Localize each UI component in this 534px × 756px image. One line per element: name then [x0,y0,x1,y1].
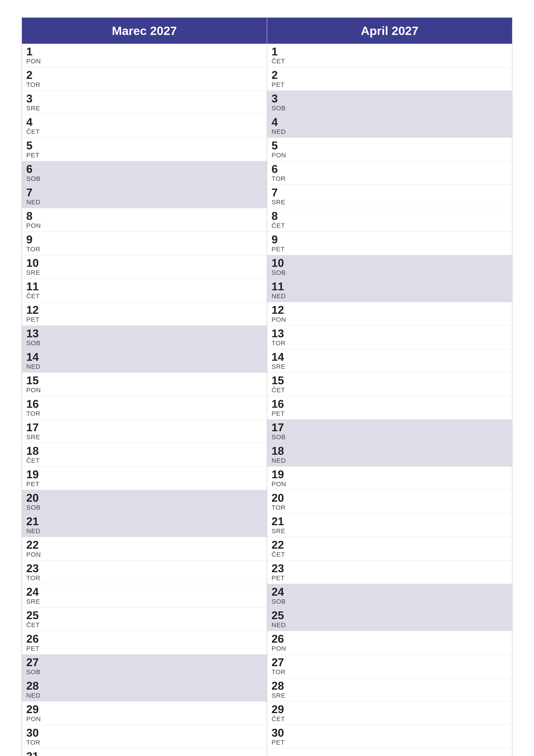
day-row: 2PET [267,67,512,91]
day-name: SRE [271,692,286,699]
day-row: 6TOR [267,161,512,185]
day-info: 4NED [271,116,291,135]
day-info: 14SRE [271,351,291,370]
day-info: 8ČET [271,210,291,229]
day-info: 17SRE [26,422,46,441]
day-row: 17SRE [22,419,267,443]
day-row: 21SRE [267,514,512,537]
day-info: 16PET [271,398,291,417]
day-number: 5 [26,140,33,151]
day-number: 1 [26,46,33,57]
day-name: PON [271,316,286,323]
day-info: 6SOB [26,163,46,182]
day-row: 7SRE [267,185,512,208]
day-name: PET [271,245,285,253]
day-name: NED [271,621,286,629]
day-number: 7 [271,187,278,198]
day-info: 27SOB [26,657,46,676]
day-info: 30PET [271,727,291,746]
day-number: 10 [26,257,39,269]
day-info: 15PON [26,375,46,394]
day-row: 27TOR [267,655,512,678]
day-name: TOR [271,504,286,511]
day-row: 22PON [22,537,267,560]
day-name: NED [26,199,40,206]
day-number: 12 [271,304,284,315]
day-info: 2TOR [26,69,46,88]
day-name: NED [271,128,286,135]
day-info: 13TOR [271,328,291,347]
day-name: PET [271,81,285,88]
day-info: 10SOB [271,257,291,276]
day-number: 15 [271,375,284,386]
day-info: 10SRE [26,257,46,276]
page: Marec 2027April 2027 1PON2TOR3SRE4ČET5PE… [0,0,534,756]
day-name: PON [271,645,286,652]
day-name: SOB [26,668,40,676]
day-name: TOR [26,81,40,88]
day-row: 9TOR [22,232,267,255]
day-name: SOB [26,175,40,182]
day-name: SRE [271,363,286,370]
day-row: 29PON [22,701,267,725]
day-row: 5PON [267,138,512,161]
day-info: 15ČET [271,375,291,394]
day-number: 22 [271,539,284,551]
day-row: 18ČET [22,443,267,467]
day-info: 9TOR [26,234,46,253]
day-number: 24 [26,586,39,597]
day-info: 20TOR [271,492,291,511]
day-row: 23TOR [22,560,267,584]
day-number: 6 [26,163,33,175]
day-name: PON [26,715,41,723]
day-info: 31SRE [26,751,46,756]
day-info: 11NED [271,281,291,300]
day-row: 17SOB [267,419,512,443]
day-number: 17 [271,422,284,433]
day-number: 9 [271,234,278,245]
day-number: 25 [26,610,39,621]
day-row: 24SRE [22,584,267,608]
day-row: 3SRE [22,91,267,114]
day-name: NED [26,363,40,370]
day-number: 30 [271,727,284,738]
day-info: 6TOR [271,163,291,182]
day-info: 18NED [271,445,291,464]
day-row: 4NED [267,114,512,138]
day-name: PET [271,574,285,582]
day-info: 5PET [26,140,46,159]
day-name: SRE [271,527,286,535]
day-info: 9PET [271,234,291,253]
day-number: 30 [26,727,39,738]
day-row: 10SOB [267,255,512,279]
day-number: 1 [271,46,278,57]
day-name: ČET [271,715,285,723]
day-info: 8PON [26,210,46,229]
day-name: SRE [26,433,40,441]
day-name: PON [26,387,41,394]
day-number: 7 [26,187,33,198]
day-number: 12 [26,304,39,315]
day-number: 16 [26,398,39,410]
day-name: SRE [26,104,40,112]
day-number: 3 [271,93,278,104]
day-info: 22ČET [271,539,291,558]
day-info: 19PET [26,469,46,488]
day-name: PON [26,58,41,65]
day-info: 7SRE [271,187,291,206]
day-info: 3SOB [271,93,291,112]
day-row: 12PET [22,302,267,326]
day-row: 8ČET [267,208,512,232]
day-info: 23PET [271,563,291,582]
day-info: 19PON [271,469,291,488]
day-name: SOB [271,598,286,605]
day-name: NED [271,457,286,464]
day-name: ČET [26,457,40,464]
day-row: 2TOR [22,67,267,91]
day-name: ČET [271,58,285,65]
day-number: 29 [271,704,284,715]
day-row: 25ČET [22,608,267,631]
day-name: ČET [271,551,285,558]
day-info: 5PON [271,140,291,159]
day-row: 1PON [22,44,267,67]
